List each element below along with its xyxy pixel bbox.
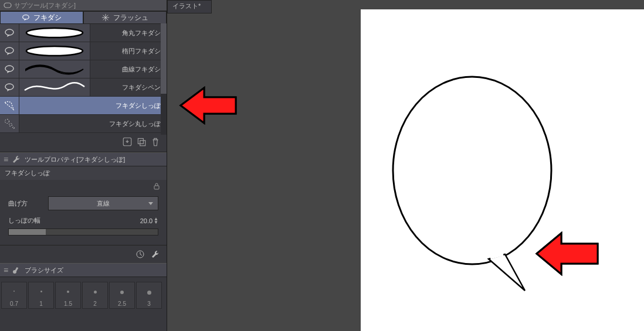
svg-rect-16 [138, 138, 143, 144]
brush-size-grid: 0.7 1 1.5 2 2.5 3 [0, 277, 167, 309]
speech-bubble-icon [4, 63, 15, 75]
svg-point-8 [5, 47, 13, 53]
duplicate-icon[interactable] [136, 137, 147, 147]
speech-bubble-icon [4, 81, 15, 93]
tool-label: フキダシペン [90, 83, 167, 92]
tab-flash-label: フラッシュ [113, 13, 148, 23]
annotation-arrow-left [175, 82, 239, 129]
tool-balloon-tail[interactable]: フキダシしっぽ [0, 97, 167, 115]
svg-rect-21 [15, 267, 18, 272]
round-tail-icon [3, 117, 16, 130]
brush-size-item[interactable]: 0.7 [1, 282, 27, 309]
svg-point-10 [5, 66, 13, 71]
tool-label: フキダシ丸しっぽ [19, 120, 167, 128]
speech-bubble-icon [22, 13, 30, 22]
speech-bubble-icon [4, 45, 15, 57]
svg-point-11 [5, 84, 13, 90]
annotation-arrow-right [531, 227, 601, 280]
speech-bubble-icon [4, 27, 15, 39]
property-subtool-name: フキダシしっぽ [0, 166, 167, 180]
tool-label: フキダシしっぽ [19, 101, 167, 110]
tool-curve-balloon[interactable]: 曲線フキダシ [0, 60, 167, 79]
canvas[interactable] [361, 9, 644, 331]
preview-pen [22, 81, 87, 94]
tool-label: 角丸フキダシ [90, 29, 167, 37]
subtool-list: 角丸フキダシ 楕円フキダシ 曲線フキダシ フキダシペン フキダシしっぽ [0, 24, 167, 133]
wrench-icon [12, 155, 21, 164]
brush-icon [12, 265, 21, 275]
tail-width-slider[interactable] [8, 228, 158, 236]
svg-point-1 [23, 15, 29, 19]
svg-point-6 [5, 29, 13, 35]
brush-size-item[interactable]: 2.5 [109, 282, 135, 309]
brush-size-item[interactable]: 1 [28, 282, 54, 309]
tool-property-header: ≡ ツールプロパティ[フキダシしっぽ] [0, 152, 167, 166]
svg-point-22 [393, 77, 551, 264]
tool-property-title: ツールプロパティ[フキダシしっぽ] [25, 155, 125, 164]
tool-balloon-round-tail[interactable]: フキダシ丸しっぽ [0, 115, 167, 133]
tool-label: 曲線フキダシ [90, 65, 167, 74]
svg-point-14 [13, 127, 15, 129]
tool-ellipse-balloon[interactable]: 楕円フキダシ [0, 42, 167, 60]
scrollbar-thumb[interactable] [161, 23, 167, 94]
balloon-group-icon [4, 1, 12, 9]
svg-rect-0 [4, 3, 11, 8]
preview-rounded [22, 26, 87, 39]
wrench-icon[interactable] [150, 249, 161, 260]
svg-rect-18 [154, 186, 159, 189]
document-tab[interactable]: イラスト* [167, 0, 212, 13]
menu-icon[interactable]: ≡ [4, 155, 8, 164]
import-icon[interactable] [122, 137, 133, 147]
subtool-crumb: サブツール[フキダシ] [0, 0, 167, 11]
tail-width-value[interactable]: 20.0 ▲▼ [140, 217, 158, 224]
brush-size-title: ブラシサイズ [25, 266, 63, 275]
bend-label: 曲げ方 [8, 199, 41, 208]
tool-balloon-pen[interactable]: フキダシペン [0, 79, 167, 97]
brush-size-header: ≡ ブラシサイズ [0, 263, 167, 277]
svg-point-12 [5, 120, 9, 124]
menu-icon[interactable]: ≡ [4, 265, 8, 275]
tab-balloon[interactable]: フキダシ [0, 11, 83, 24]
flash-icon [101, 13, 110, 22]
brush-size-item[interactable]: 1.5 [55, 282, 81, 309]
svg-rect-17 [140, 141, 145, 146]
trash-icon[interactable] [150, 137, 161, 147]
tool-rounded-balloon[interactable]: 角丸フキダシ [0, 24, 167, 42]
svg-point-9 [26, 46, 83, 56]
tail-width-label: しっぽの幅 [8, 216, 40, 225]
preview-ellipse [22, 45, 87, 57]
bend-select[interactable]: 直線 [48, 196, 158, 210]
reset-icon[interactable] [135, 249, 145, 260]
tab-flash[interactable]: フラッシュ [83, 11, 167, 24]
tab-balloon-label: フキダシ [33, 13, 62, 23]
lock-icon[interactable] [152, 182, 161, 190]
tail-icon [3, 99, 16, 112]
svg-point-7 [26, 28, 83, 37]
speech-balloon-drawing [361, 9, 644, 331]
svg-point-13 [9, 124, 12, 127]
brush-size-item[interactable]: 3 [136, 282, 162, 309]
preview-curve [22, 63, 87, 76]
brush-size-item[interactable]: 2 [82, 282, 108, 309]
tool-label: 楕円フキダシ [90, 47, 167, 56]
